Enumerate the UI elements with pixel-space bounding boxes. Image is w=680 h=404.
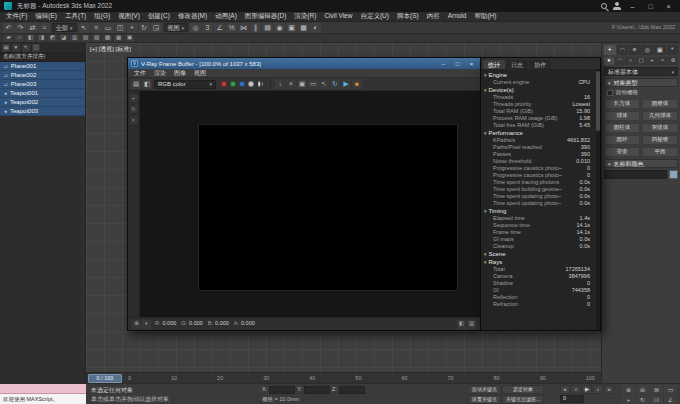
- vfb-minimize-button[interactable]: [438, 59, 449, 68]
- stats-section-header[interactable]: Device(s): [481, 86, 594, 94]
- vfb-menu-item[interactable]: 图像: [170, 70, 190, 76]
- vfb-canvas[interactable]: [140, 91, 480, 317]
- lights-category-icon[interactable]: ○: [625, 57, 635, 65]
- time-slider[interactable]: 0 / 100 0102030405060708090100: [86, 372, 601, 383]
- y-coordinate-field[interactable]: [304, 386, 330, 394]
- vfb-title-bar[interactable]: V V-Ray Frame Buffer - [100.0% of 1037 x…: [128, 58, 480, 69]
- orbit-icon[interactable]: ↻: [636, 395, 649, 404]
- interactive-render-icon[interactable]: ▶: [341, 79, 351, 89]
- stats-tab[interactable]: 统计: [483, 60, 505, 69]
- duplicate-to-host-icon[interactable]: ▣: [297, 79, 307, 89]
- secondary-toolbar-icon-8[interactable]: ▧: [81, 35, 90, 42]
- viewport-label[interactable]: [+] [透视] [标准]: [90, 46, 131, 52]
- render-last-icon[interactable]: ↻: [330, 79, 340, 89]
- render-setup-icon[interactable]: ▣: [286, 23, 297, 33]
- explorer-select-icon[interactable]: ↖: [22, 44, 30, 52]
- explorer-filter-icon[interactable]: ▾: [12, 44, 20, 52]
- helpers-category-icon[interactable]: +: [647, 57, 657, 65]
- scene-object-row[interactable]: ▱ Plane001: [0, 62, 85, 71]
- secondary-toolbar-icon-10[interactable]: ▩: [103, 35, 112, 42]
- secondary-toolbar-icon-12[interactable]: ▣: [125, 35, 134, 42]
- menu-item[interactable]: 渲染(R): [290, 13, 320, 20]
- primitive-button[interactable]: 四棱锥: [642, 135, 678, 145]
- select-and-rotate-icon[interactable]: ↻: [139, 23, 150, 33]
- next-frame-button[interactable]: ›: [593, 385, 603, 394]
- play-button[interactable]: ▶: [582, 385, 592, 394]
- zoom-icon[interactable]: ⊕: [622, 385, 635, 394]
- stats-section-header[interactable]: Engine: [481, 71, 594, 79]
- explorer-column-header[interactable]: 名称(按升序排序): [0, 53, 85, 62]
- stats-section-header[interactable]: Rays: [481, 258, 594, 266]
- name-color-rollout[interactable]: 名称和颜色: [604, 159, 678, 168]
- use-pivot-point-center-icon[interactable]: ◎: [190, 23, 201, 33]
- user-account-icon[interactable]: [612, 1, 622, 11]
- maximize-viewport-icon[interactable]: ⊡: [650, 395, 663, 404]
- menu-item[interactable]: Civil View: [320, 13, 356, 20]
- redo-icon[interactable]: ↷: [15, 23, 26, 33]
- autogrid-checkbox[interactable]: [607, 90, 613, 96]
- pan-icon[interactable]: +: [622, 395, 635, 404]
- key-filters-button[interactable]: 关键点过滤器...: [502, 395, 544, 404]
- menu-item[interactable]: 脚本(S): [393, 13, 423, 20]
- geometry-category-icon[interactable]: ●: [604, 57, 614, 65]
- go-to-start-button[interactable]: «: [560, 385, 570, 394]
- maximize-button[interactable]: [643, 0, 658, 12]
- zoom-region-icon[interactable]: ▭: [664, 385, 677, 394]
- display-correction-icon[interactable]: ◧: [457, 320, 466, 329]
- scene-object-row[interactable]: ▱ Plane002: [0, 71, 85, 80]
- object-name-field[interactable]: [604, 170, 667, 179]
- history-load-icon[interactable]: ↻: [130, 105, 138, 113]
- hierarchy-tab-icon[interactable]: ≡: [629, 45, 641, 55]
- explorer-lock-icon[interactable]: ◫: [32, 44, 40, 52]
- secondary-toolbar-icon-7[interactable]: ▥: [70, 35, 79, 42]
- primitive-button[interactable]: 球体: [604, 111, 640, 121]
- secondary-toolbar-icon-2[interactable]: ▱: [15, 35, 24, 42]
- vfb-menu-item[interactable]: 渲染: [150, 70, 170, 76]
- bind-to-space-warp-icon[interactable]: ≈: [39, 23, 50, 33]
- rendered-frame-window-icon[interactable]: ▦: [298, 23, 309, 33]
- scene-object-row[interactable]: ● Teapot002: [0, 98, 85, 107]
- history-save-icon[interactable]: +: [130, 94, 138, 102]
- secondary-toolbar-icon-11[interactable]: ▦: [114, 35, 123, 42]
- alpha-channel-icon[interactable]: [257, 81, 263, 87]
- selection-filter-dropdown[interactable]: 全部: [52, 23, 77, 32]
- menu-item[interactable]: 图形编辑器(D): [241, 13, 291, 20]
- secondary-toolbar-icon-5[interactable]: ◩: [48, 35, 57, 42]
- maxscript-listener-line[interactable]: 欢迎使用 MAXScript。: [0, 394, 86, 404]
- window-crossing-icon[interactable]: ◫: [115, 23, 126, 33]
- primitive-button[interactable]: 茶壶: [604, 147, 640, 157]
- stats-tab[interactable]: 协作: [529, 60, 551, 69]
- secondary-toolbar-icon-9[interactable]: ▨: [92, 35, 101, 42]
- space-warps-category-icon[interactable]: ≈: [658, 57, 668, 65]
- close-button[interactable]: [661, 0, 676, 12]
- secondary-toolbar-icon-1[interactable]: ▰: [4, 35, 13, 42]
- select-and-scale-icon[interactable]: ◲: [151, 23, 162, 33]
- auto-key-button[interactable]: 自动关键点: [468, 385, 501, 394]
- utilities-tab-icon[interactable]: *: [667, 45, 679, 55]
- minimize-button[interactable]: [625, 0, 640, 12]
- previous-frame-button[interactable]: ‹: [571, 385, 581, 394]
- menu-item[interactable]: 创建(C): [144, 13, 174, 20]
- vfb-maximize-button[interactable]: [452, 59, 463, 68]
- object-type-rollout[interactable]: 对象类型: [604, 78, 678, 87]
- mirror-icon[interactable]: ⋈: [238, 23, 249, 33]
- menu-item[interactable]: 动画(A): [211, 13, 241, 20]
- primitive-button[interactable]: 圆锥体: [642, 99, 678, 109]
- menu-item[interactable]: 自定义(U): [356, 13, 393, 20]
- vfb-menu-item[interactable]: 视图: [190, 70, 210, 76]
- menu-item[interactable]: Arnold: [444, 13, 471, 20]
- stamp-icon[interactable]: ▥: [467, 320, 476, 329]
- cameras-category-icon[interactable]: ▢: [636, 57, 646, 65]
- stop-render-icon[interactable]: ■: [352, 79, 362, 89]
- motion-tab-icon[interactable]: ◎: [642, 45, 654, 55]
- x-coordinate-field[interactable]: [269, 386, 295, 394]
- menu-item[interactable]: 文件(F): [2, 13, 31, 20]
- menu-item[interactable]: 视图(V): [114, 13, 144, 20]
- clear-image-icon[interactable]: ×: [286, 79, 296, 89]
- modify-tab-icon[interactable]: ◠: [617, 45, 629, 55]
- fov-icon[interactable]: ∠: [664, 395, 677, 404]
- menu-item[interactable]: 工具(T): [61, 13, 90, 20]
- follow-mouse-icon[interactable]: ↖: [319, 79, 329, 89]
- align-icon[interactable]: ∥: [250, 23, 261, 33]
- shapes-category-icon[interactable]: ◠: [615, 57, 625, 65]
